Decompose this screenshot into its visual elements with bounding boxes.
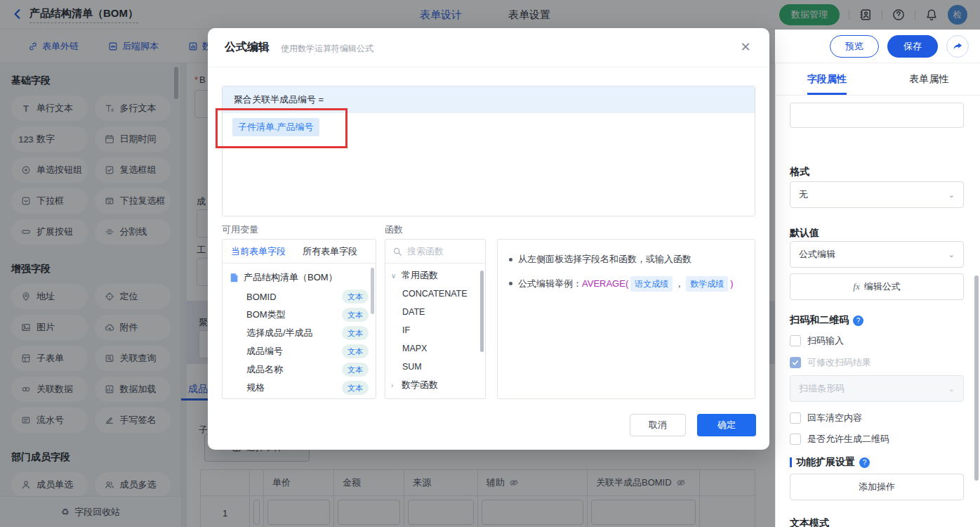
function-item-CONCATENATE[interactable]: CONCATENATE: [385, 285, 485, 303]
checkbox-editable-scan-result[interactable]: 可修改扫码结果: [790, 356, 871, 369]
variables-tabs: 当前表单字段 所有表单字段: [223, 240, 376, 264]
example-field-chip: 数学成绩: [686, 276, 728, 292]
property-panel: 字段属性 表单属性 格式 无⌄ 默认值 公式编辑⌄ fx编辑公式 扫码和二维码?…: [775, 63, 980, 527]
modal-title: 公式编辑: [225, 40, 270, 55]
variable-item-BOMID[interactable]: BOMID文本: [223, 287, 376, 306]
function-item-SUM[interactable]: SUM: [385, 358, 485, 376]
tab-form-properties[interactable]: 表单属性: [878, 63, 980, 95]
add-action-button[interactable]: 添加操作: [790, 474, 964, 500]
checkbox-icon: [790, 357, 801, 368]
modal-header: 公式编辑 使用数学运算符编辑公式 ✕: [208, 28, 769, 67]
checkbox-clear-on-enter[interactable]: 回车清空内容: [790, 412, 862, 424]
variables-root[interactable]: 产品结构清单（BOM）: [223, 268, 376, 287]
extension-section-title: 功能扩展设置?: [790, 456, 870, 469]
variables-panel: 当前表单字段 所有表单字段 产品结构清单（BOM）BOMID文本BOM类型文本选…: [222, 239, 376, 399]
question-icon[interactable]: ?: [853, 315, 863, 326]
variables-tree: 产品结构清单（BOM）BOMID文本BOM类型文本选择成品/半成品文本成品编号文…: [223, 264, 376, 397]
variable-item-选择成品/半成品[interactable]: 选择成品/半成品文本: [223, 324, 376, 342]
question-icon[interactable]: ?: [859, 457, 870, 468]
panel-scrollbar[interactable]: [974, 275, 979, 481]
bullet: [509, 282, 512, 285]
tab-all-form-fields[interactable]: 所有表单字段: [303, 245, 357, 258]
modal-subtitle: 使用数学运算符编辑公式: [281, 43, 373, 55]
confirm-button[interactable]: 确定: [697, 414, 756, 436]
tab-current-form-fields[interactable]: 当前表单字段: [231, 245, 286, 258]
checkbox-icon: [790, 434, 801, 445]
format-select[interactable]: 无⌄: [790, 181, 964, 208]
functions-scrollbar[interactable]: [480, 271, 484, 352]
functions-label: 函数: [385, 223, 403, 236]
checkbox-icon: [790, 335, 801, 346]
search-placeholder: 搜索函数: [407, 245, 444, 258]
variables-scrollbar[interactable]: [371, 268, 374, 314]
close-icon[interactable]: ✕: [737, 39, 754, 56]
fx-icon: fx: [853, 281, 859, 292]
toolbar-actions: 预览 保存: [830, 35, 969, 58]
section-marker: [790, 457, 792, 467]
save-button[interactable]: 保存: [887, 35, 938, 58]
format-label: 格式: [790, 166, 809, 178]
share-button[interactable]: [946, 35, 969, 58]
chevron-down-icon: ⌄: [948, 384, 955, 393]
edit-formula-button[interactable]: fx编辑公式: [790, 273, 964, 300]
chevron-right-icon: ›: [391, 382, 398, 389]
cancel-button[interactable]: 取消: [630, 414, 686, 436]
field-type-badge: 文本: [342, 381, 369, 395]
property-body: 格式 无⌄ 默认值 公式编辑⌄ fx编辑公式 扫码和二维码? 扫码输入 可修改扫…: [776, 96, 980, 527]
field-type-badge: 文本: [342, 344, 369, 358]
field-type-badge: 文本: [342, 308, 369, 322]
modal-footer: 取消 确定: [208, 408, 769, 450]
variable-item-规格[interactable]: 规格文本: [223, 379, 376, 397]
preview-button[interactable]: 预览: [830, 35, 879, 58]
formula-editor: 聚合关联半成品编号 = 子件清单.产品编号: [222, 86, 755, 216]
example-close-paren: ): [730, 278, 733, 289]
checkbox-scan-input[interactable]: 扫码输入: [790, 334, 844, 347]
function-group-常用函数[interactable]: ∨常用函数: [385, 266, 485, 285]
modal-overlay-top: [0, 0, 980, 30]
checkbox-allow-qrcode[interactable]: 是否允许生成二维码: [790, 433, 889, 445]
example-field-chip: 语文成绩: [630, 276, 673, 292]
function-group-文本函数[interactable]: ›文本函数: [385, 394, 485, 399]
chevron-down-icon: ⌄: [948, 190, 955, 200]
barcode-type-select: 扫描条形码⌄: [790, 375, 964, 402]
tips-panel: 从左侧面板选择字段名和函数，或输入函数 公式编辑举例：AVERAGE(语文成绩，…: [497, 239, 755, 399]
formula-field-tag[interactable]: 子件清单.产品编号: [232, 118, 319, 136]
file-icon: [230, 273, 239, 282]
function-item-MAPX[interactable]: MAPX: [385, 339, 485, 358]
field-type-badge: 文本: [342, 289, 369, 304]
formula-input-area[interactable]: 子件清单.产品编号: [223, 113, 755, 216]
formula-target: 聚合关联半成品编号 =: [223, 86, 755, 113]
search-icon: [392, 247, 402, 256]
placeholder-input[interactable]: [790, 103, 964, 128]
bullet: [509, 258, 512, 261]
text-mode-label: 文本模式: [790, 517, 829, 527]
property-tabs: 字段属性 表单属性: [776, 63, 980, 96]
chevron-down-icon: ∨: [391, 272, 398, 280]
checkbox-icon: [790, 412, 801, 424]
functions-panel: 搜索函数 ∨常用函数CONCATENATEDATEIFMAPXSUM›数学函数›…: [385, 239, 486, 399]
variable-item-成品名称[interactable]: 成品名称文本: [223, 360, 376, 379]
function-item-DATE[interactable]: DATE: [385, 303, 485, 321]
scan-section-title: 扫码和二维码?: [790, 314, 863, 327]
formula-editor-modal: 公式编辑 使用数学运算符编辑公式 ✕ 聚合关联半成品编号 = 子件清单.产品编号…: [208, 28, 769, 450]
tab-field-properties[interactable]: 字段属性: [776, 63, 878, 95]
field-type-badge: 文本: [342, 363, 369, 377]
function-item-IF[interactable]: IF: [385, 321, 485, 339]
chevron-down-icon: ⌄: [948, 250, 955, 259]
app-root: 产品结构清单（BOM） 表单设计 表单设置 数据管理 检 表单外链后端脚本数据权…: [0, 0, 980, 527]
variables-label: 可用变量: [222, 223, 258, 236]
function-search-input[interactable]: 搜索函数: [385, 240, 485, 264]
tip-example: 公式编辑举例：AVERAGE(语文成绩，数学成绩): [509, 276, 743, 292]
variable-item-成品编号[interactable]: 成品编号文本: [223, 342, 376, 360]
function-list: ∨常用函数CONCATENATEDATEIFMAPXSUM›数学函数›文本函数: [385, 264, 485, 399]
variable-item-BOM类型[interactable]: BOM类型文本: [223, 306, 376, 324]
field-type-badge: 文本: [342, 326, 369, 340]
tip-line: 从左侧面板选择字段名和函数，或输入函数: [509, 252, 743, 266]
function-group-数学函数[interactable]: ›数学函数: [385, 376, 485, 394]
default-value-label: 默认值: [790, 227, 819, 240]
default-value-select[interactable]: 公式编辑⌄: [790, 241, 964, 268]
example-function-name: AVERAGE(: [582, 278, 628, 289]
